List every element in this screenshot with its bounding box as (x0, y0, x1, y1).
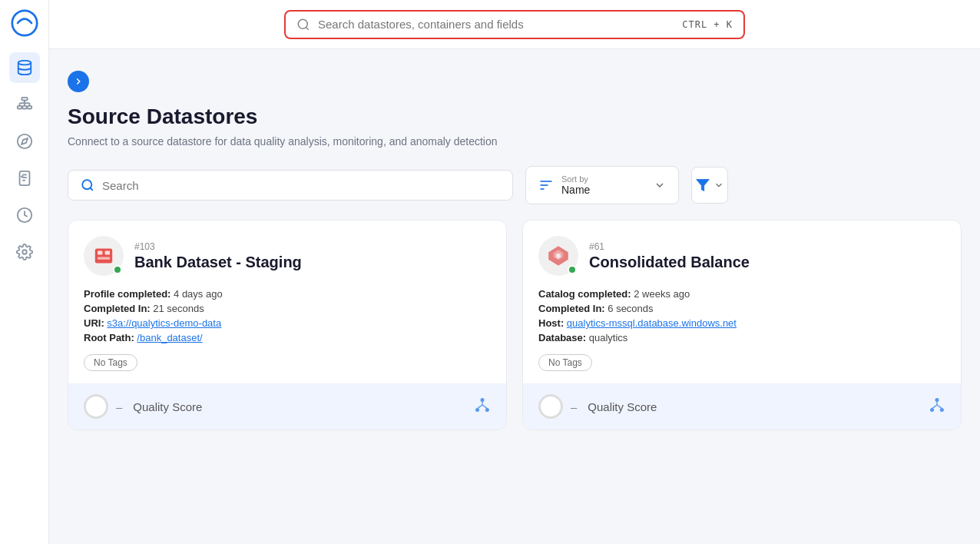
card-profile-row: Profile completed: 4 days ago (84, 288, 491, 300)
sidebar-item-settings[interactable] (9, 237, 40, 267)
card-meta-consolidated: Catalog completed: 2 weeks ago Completed… (538, 288, 945, 343)
svg-rect-29 (105, 251, 110, 255)
card-database-row: Database: qualytics (538, 332, 945, 343)
svg-point-31 (481, 399, 484, 402)
card-uri-link[interactable]: s3a://qualytics-demo-data (107, 317, 221, 329)
card-avatar-consolidated (538, 236, 578, 276)
card-footer-consolidated: – Quality Score (523, 383, 961, 430)
datastore-card-consolidated[interactable]: #61 Consolidated Balance Catalog complet… (522, 220, 962, 430)
topbar-search-icon (296, 18, 310, 32)
card-uri-row: URI: s3a://qualytics-demo-data (84, 317, 491, 329)
card-rootpath-row: Root Path: /bank_dataset/ (84, 332, 491, 343)
sidebar-item-tasks[interactable] (9, 163, 40, 194)
card-header-consolidated: #61 Consolidated Balance (538, 236, 945, 276)
card-rootpath-link[interactable]: /bank_dataset/ (137, 332, 202, 343)
svg-marker-26 (697, 180, 710, 191)
topbar-search-input[interactable] (318, 18, 674, 31)
app-logo[interactable] (11, 9, 38, 37)
main-area: CTRL + K Source Datastores Connect to a … (49, 0, 980, 544)
page-title: Source Datastores (68, 104, 962, 129)
datastore-card-bank-dataset[interactable]: #103 Bank Dataset - Staging Profile comp… (68, 220, 507, 430)
card-host-link[interactable]: qualytics-mssql.database.windows.net (567, 317, 737, 329)
filter-button[interactable] (691, 167, 728, 204)
card-header-bank: #103 Bank Dataset - Staging (84, 236, 491, 276)
filters-row: Sort by Name (68, 166, 962, 204)
content-area: Source Datastores Connect to a source da… (49, 49, 980, 544)
sort-by-dropdown[interactable]: Sort by Name (525, 166, 679, 204)
card-meta-bank: Profile completed: 4 days ago Completed … (84, 288, 491, 343)
kbd-shortcut-hint: CTRL + K (682, 19, 733, 30)
sort-filter-text: Sort by Name (561, 174, 590, 196)
svg-point-42 (941, 409, 944, 412)
svg-point-39 (556, 254, 561, 258)
filter-chevron-icon (713, 180, 724, 191)
card-avatar-bank (84, 236, 124, 276)
svg-point-1 (18, 61, 31, 65)
svg-rect-30 (98, 257, 110, 260)
svg-point-11 (17, 134, 31, 148)
network-icon-consolidated[interactable] (929, 396, 945, 416)
svg-line-44 (932, 405, 937, 409)
topbar: CTRL + K (49, 0, 980, 49)
card-id-consolidated: #61 (589, 241, 750, 252)
sidebar-item-compass[interactable] (9, 126, 40, 157)
sidebar-item-history[interactable] (9, 200, 40, 231)
sort-by-value: Name (561, 184, 590, 196)
svg-line-36 (482, 405, 487, 409)
card-completed-row-2: Completed In: 6 seconds (538, 303, 945, 314)
sort-chevron-icon (654, 179, 666, 191)
bank-dataset-icon (91, 244, 116, 268)
svg-line-45 (937, 405, 942, 409)
card-catalog-row: Catalog completed: 2 weeks ago (538, 288, 945, 300)
svg-rect-2 (22, 98, 27, 101)
quality-score-consolidated: – Quality Score (538, 394, 657, 419)
card-name-bank: Bank Dataset - Staging (134, 254, 302, 271)
card-body-bank: #103 Bank Dataset - Staging Profile comp… (68, 221, 506, 383)
svg-point-32 (476, 409, 479, 412)
svg-point-19 (298, 19, 307, 28)
svg-line-20 (306, 27, 308, 29)
network-icon-bank[interactable] (474, 396, 491, 416)
sidebar-item-datastores[interactable] (9, 52, 40, 83)
svg-point-0 (12, 11, 36, 35)
datastore-search-box[interactable] (68, 170, 513, 201)
card-title-section-consolidated: #61 Consolidated Balance (589, 241, 750, 271)
card-host-row: Host: qualytics-mssql.database.windows.n… (538, 317, 945, 329)
expand-sidebar-button[interactable] (68, 71, 89, 92)
quality-circle-bank (84, 394, 108, 419)
svg-rect-5 (27, 106, 31, 109)
svg-rect-4 (22, 106, 27, 109)
topbar-search-wrapper: CTRL + K (284, 10, 745, 39)
chevron-right-icon (73, 76, 84, 87)
card-body-consolidated: #61 Consolidated Balance Catalog complet… (523, 221, 961, 383)
svg-point-41 (931, 409, 934, 412)
topbar-search-bar[interactable]: CTRL + K (284, 10, 745, 39)
cards-grid: #103 Bank Dataset - Staging Profile comp… (68, 220, 962, 430)
svg-rect-3 (17, 106, 22, 109)
svg-point-21 (82, 180, 91, 189)
card-name-consolidated: Consolidated Balance (589, 254, 750, 271)
funnel-icon (695, 177, 710, 193)
svg-rect-28 (98, 251, 102, 255)
sort-icon (538, 177, 554, 193)
sidebar (0, 0, 49, 544)
card-footer-bank: – Quality Score (68, 383, 506, 430)
svg-rect-27 (95, 248, 112, 263)
sidebar-item-hierarchy[interactable] (9, 89, 40, 120)
status-dot-bank (113, 265, 122, 274)
quality-score-bank: – Quality Score (84, 394, 202, 419)
card-title-section-bank: #103 Bank Dataset - Staging (134, 241, 302, 271)
svg-point-33 (486, 409, 489, 412)
quality-circle-consolidated (538, 394, 563, 419)
svg-point-18 (22, 250, 27, 254)
svg-line-35 (478, 405, 482, 409)
card-tag-consolidated: No Tags (538, 354, 592, 371)
page-subtitle: Connect to a source datastore for data q… (68, 135, 962, 148)
card-id-bank: #103 (134, 241, 302, 252)
datastore-search-input[interactable] (102, 179, 500, 192)
status-dot-consolidated (568, 265, 577, 274)
search-filter-icon (81, 178, 94, 192)
svg-marker-12 (22, 138, 28, 144)
consolidated-icon (546, 244, 571, 268)
card-tag-bank: No Tags (84, 354, 137, 371)
